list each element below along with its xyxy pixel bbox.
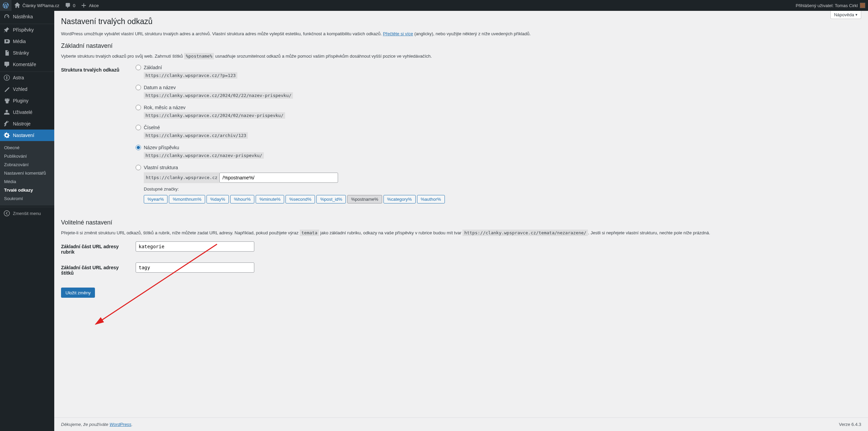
option-dayname-url: https://clanky.wpspravce.cz/2024/02/22/n… <box>144 92 293 99</box>
tag-button[interactable]: %year% <box>144 195 167 203</box>
option-monthname-label[interactable]: Rok, měsíc a název <box>144 105 185 110</box>
tag-button[interactable]: %day% <box>206 195 229 203</box>
menu-settings-label: Nastavení <box>13 133 34 138</box>
option-numeric-radio[interactable] <box>136 125 141 130</box>
plugins-icon <box>3 97 10 104</box>
option-numeric-label[interactable]: Číselné <box>144 125 160 130</box>
optional-code-1: temata <box>300 230 319 236</box>
option-custom-label[interactable]: Vlastní struktura <box>144 165 178 170</box>
menu-astra[interactable]: Astra <box>0 72 54 83</box>
option-monthname-url: https://clanky.wpspravce.cz/2024/02/naze… <box>144 112 285 119</box>
tag-button[interactable]: %monthnum% <box>169 195 205 203</box>
menu-comments[interactable]: Komentáře <box>0 59 54 70</box>
option-postname-label[interactable]: Název příspěvku <box>144 145 179 150</box>
category-base-input[interactable] <box>136 241 254 252</box>
option-plain-url: https://clanky.wpspravce.cz/?p=123 <box>144 72 237 79</box>
menu-tools-label: Nástroje <box>13 121 31 126</box>
common-settings-desc: Vyberte strukturu trvalých odkazů pro sv… <box>61 54 861 59</box>
tag-button[interactable]: %second% <box>285 195 315 203</box>
option-numeric-row: Číselné <box>136 125 858 130</box>
menu-media[interactable]: Média <box>0 36 54 47</box>
menu-pages[interactable]: Stránky <box>0 47 54 59</box>
help-tab[interactable]: Nápověda <box>830 11 861 19</box>
optional-settings-desc: Přejete-li si změnit strukturu URL odkaz… <box>61 230 861 235</box>
submenu-permalinks[interactable]: Trvalé odkazy <box>0 186 54 194</box>
submenu-writing[interactable]: Publikování <box>0 152 54 160</box>
tag-button[interactable]: %post_id% <box>316 195 346 203</box>
media-icon <box>3 38 10 45</box>
submenu-privacy[interactable]: Soukromí <box>0 194 54 203</box>
site-name-text: Články WPlama.cz <box>22 3 59 8</box>
collapse-menu-label: Zmenšit menu <box>13 211 41 216</box>
menu-tools[interactable]: Nástroje <box>0 118 54 130</box>
common-settings-heading: Základní nastavení <box>61 40 861 52</box>
submenu-reading[interactable]: Zobrazování <box>0 160 54 169</box>
menu-appearance[interactable]: Vzhled <box>0 83 54 95</box>
tag-button[interactable]: %author% <box>417 195 445 203</box>
submenu-media[interactable]: Média <box>0 177 54 186</box>
wp-logo-menu[interactable] <box>0 0 12 11</box>
save-changes-button[interactable]: Uložit změny <box>61 288 95 298</box>
tools-icon <box>3 120 10 127</box>
postname-code: %postname% <box>184 53 214 59</box>
custom-structure-input[interactable] <box>219 173 338 183</box>
admin-bar: Články WPlama.cz 0 Akce Přihlášený uživa… <box>0 0 868 11</box>
menu-settings[interactable]: Nastavení <box>0 130 54 141</box>
option-plain-label[interactable]: Základní <box>144 65 162 70</box>
collapse-menu-button[interactable]: Zmenšit menu <box>0 207 54 219</box>
category-base-label: Základní část URL adresy rubrik <box>61 239 136 260</box>
page-title: Nastavení trvalých odkazů <box>61 11 861 29</box>
custom-prefix: https://clanky.wpspravce.cz <box>144 172 219 183</box>
pin-icon <box>3 26 10 33</box>
tag-button[interactable]: %minute% <box>256 195 284 203</box>
option-custom-radio[interactable] <box>136 165 141 170</box>
option-dayname-row: Datum a název <box>136 85 858 90</box>
footer-version: Verze 6.4.3 <box>839 422 861 427</box>
submenu-general[interactable]: Obecné <box>0 143 54 152</box>
submenu-discussion[interactable]: Nastavení komentářů <box>0 169 54 177</box>
collapse-icon <box>3 210 10 217</box>
option-postname-row: Název příspěvku <box>136 145 858 150</box>
new-content-label: Akce <box>89 3 99 8</box>
tag-base-input[interactable] <box>136 262 254 273</box>
option-plain-radio[interactable] <box>136 65 141 70</box>
optional-settings-heading: Volitelné nastavení <box>61 216 861 228</box>
optional-desc-1: Přejete-li si změnit strukturu URL odkaz… <box>61 230 300 235</box>
footer-left: Děkujeme, že používáte WordPress. <box>61 422 133 427</box>
menu-users[interactable]: Uživatelé <box>0 106 54 118</box>
svg-point-1 <box>4 211 9 216</box>
option-postname-radio[interactable] <box>136 145 141 150</box>
option-custom-row: Vlastní struktura <box>136 165 858 170</box>
admin-menu: Nástěnka Příspěvky Média Stránky Komentá… <box>0 11 54 431</box>
comments-link[interactable]: 0 <box>62 0 78 11</box>
tag-button[interactable]: %hour% <box>230 195 254 203</box>
menu-comments-label: Komentáře <box>13 62 36 67</box>
optional-desc-3: . Jestli si nepřejete vlastní strukturu,… <box>588 230 710 235</box>
menu-users-label: Uživatelé <box>13 110 33 115</box>
comments-icon <box>3 61 10 68</box>
menu-plugins[interactable]: Pluginy <box>0 95 54 106</box>
option-monthname-radio[interactable] <box>136 105 141 110</box>
menu-astra-label: Astra <box>13 75 24 80</box>
tag-base-label: Základní část URL adresy štítků <box>61 260 136 281</box>
greeting-text: Přihlášený uživatel: Tomas Cirkl <box>796 3 858 8</box>
help-tab-label: Nápověda <box>834 12 854 17</box>
tag-button[interactable]: %postname% <box>347 195 382 203</box>
avatar <box>860 3 865 8</box>
site-name-link[interactable]: Články WPlama.cz <box>12 0 62 11</box>
tag-button[interactable]: %category% <box>383 195 416 203</box>
admin-footer: Děkujeme, že používáte WordPress. Verze … <box>54 417 868 431</box>
menu-dashboard[interactable]: Nástěnka <box>0 11 54 22</box>
footer-thanks-text: Děkujeme, že používáte <box>61 422 110 427</box>
available-tags-label: Dostupné značky: <box>144 187 858 192</box>
read-more-link[interactable]: Přečtěte si více <box>383 31 413 36</box>
permalink-structure-table: Struktura trvalých odkazů Základní https… <box>61 62 861 206</box>
footer-wordpress-link[interactable]: WordPress <box>110 422 131 427</box>
astra-icon <box>3 74 10 81</box>
wordpress-icon <box>3 2 9 8</box>
new-content-link[interactable]: Akce <box>78 0 101 11</box>
option-dayname-label[interactable]: Datum a název <box>144 85 176 90</box>
menu-posts[interactable]: Příspěvky <box>0 24 54 36</box>
user-account-menu[interactable]: Přihlášený uživatel: Tomas Cirkl <box>793 0 868 11</box>
option-dayname-radio[interactable] <box>136 85 141 90</box>
